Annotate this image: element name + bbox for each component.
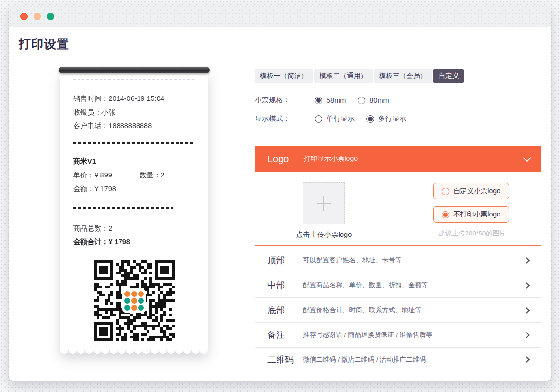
radio-icon [358,97,365,104]
radio-icon [366,115,374,123]
receipt-total-amount: 金额合计：¥ 1798 [73,235,195,249]
no-logo-option[interactable]: 不打印小票logo [433,206,509,223]
window-titlebar [9,5,551,27]
display-mode-label: 显示模式： [255,114,315,123]
chevron-right-icon [523,332,530,338]
minimize-window-icon[interactable] [34,13,41,20]
receipt-paper: 销售时间：2014-06-19 15:04 收银员：小张 客户电话：188888… [60,71,208,350]
row-bottom-title: 底部 [267,304,303,316]
row-middle[interactable]: 中部 配置商品名称、单价、数量、折扣、金额等 [255,273,541,297]
print-settings-window: 打印设置 销售时间：2014-06-19 15:04 收银员：小张 客户电话：1… [9,5,551,381]
receipt-quantity: 数量：2 [140,168,165,182]
page-title: 打印设置 [19,36,69,52]
radio-multi-line[interactable]: 多行显示 [366,114,406,123]
plus-icon [317,196,331,211]
logo-dot [138,298,144,304]
receipt-sale-time: 销售时间：2014-06-19 15:04 [73,92,195,105]
logo-dot [138,305,144,311]
row-bottom[interactable]: 底部 配置价格合计、时间、联系方式、地址等 [255,297,541,322]
printer-slot-bar [59,67,210,73]
receipt-amount: 金额：¥ 1798 [73,182,195,196]
upload-hint: 建议上传200*50的图片 [428,229,516,238]
receipt-separator [73,207,173,209]
radio-80mm[interactable]: 80mm [358,97,389,104]
row-qrcode-desc: 微信二维码 / 微店二维码 / 活动推广二维码 [303,355,426,364]
receipt-phone: 客户电话：18888888888 [73,119,195,133]
row-middle-title: 中部 [267,279,303,291]
custom-logo-option-label: 自定义小票logo [453,187,500,196]
paper-size-label: 小票规格： [255,96,315,105]
logo-dot [131,305,137,311]
receipt-unit-price: 单价：¥ 899 [73,168,112,182]
radio-58mm[interactable]: 58mm [315,97,346,104]
radio-80mm-label: 80mm [369,97,389,104]
radio-single-line-label: 单行显示 [326,114,355,123]
upload-caption: 点击上传小票logo [275,230,373,239]
display-mode-row: 显示模式： 单行显示 多行显示 [255,114,418,123]
receipt-separator [73,142,195,144]
receipt-total-count: 商品总数：2 [73,221,195,235]
sunmi-logo [123,290,145,312]
tab-template-3[interactable]: 模板三（会员） [374,69,432,83]
row-remark-desc: 推荐写感谢语 / 商品退换货保证 / 维修售后等 [303,331,433,339]
chevron-right-icon [523,307,530,314]
tab-custom[interactable]: 自定义 [433,69,464,83]
tear-line [73,79,195,80]
logo-dot [138,291,144,297]
radio-icon [442,188,449,195]
tab-template-2[interactable]: 模板二（通用） [314,69,373,83]
close-window-icon[interactable] [20,13,28,20]
logo-dot [124,298,130,304]
chevron-down-icon[interactable] [523,154,531,162]
receipt-preview: 销售时间：2014-06-19 15:04 收银员：小张 客户电话：188888… [59,67,210,356]
radio-icon [315,97,322,104]
row-remark-title: 备注 [267,329,303,341]
logo-dot [131,291,137,297]
logo-section: Logo 打印显示小票logo 点击上传小票logo 自定义小票logo 不打印… [255,146,541,246]
template-tabs: 模板一（简洁） 模板二（通用） 模板三（会员） 自定义 [255,69,464,83]
row-top-title: 顶部 [267,255,303,266]
radio-single-line[interactable]: 单行显示 [315,114,355,123]
tab-template-1[interactable]: 模板一（简洁） [255,69,313,83]
logo-section-header[interactable]: Logo 打印显示小票logo [255,146,541,172]
logo-dot [124,291,130,297]
receipt-product-name: 商米V1 [73,155,195,168]
maximize-window-icon[interactable] [47,13,54,20]
window-content: 打印设置 销售时间：2014-06-19 15:04 收银员：小张 客户电话：1… [9,27,551,381]
row-qrcode[interactable]: 二维码 微信二维码 / 微店二维码 / 活动推广二维码 [255,347,541,372]
chevron-right-icon [523,282,530,289]
receipt-cashier: 收银员：小张 [73,105,195,119]
row-middle-desc: 配置商品名称、单价、数量、折扣、金额等 [303,281,428,290]
row-remark[interactable]: 备注 推荐写感谢语 / 商品退换货保证 / 维修售后等 [255,322,541,347]
chevron-right-icon [523,356,530,363]
radio-icon [315,115,322,123]
logo-dot [124,305,130,311]
receipt-torn-edge [60,350,208,356]
row-top[interactable]: 顶部 可以配置客户姓名、地址、卡号等 [255,248,541,273]
logo-section-subtitle: 打印显示小票logo [304,155,358,163]
radio-multi-line-label: 多行显示 [378,114,406,123]
radio-58mm-label: 58mm [326,97,346,104]
paper-size-row: 小票规格： 58mm 80mm [255,96,401,105]
radio-icon [442,211,449,218]
custom-logo-option[interactable]: 自定义小票logo [433,183,509,199]
no-logo-option-label: 不打印小票logo [453,210,500,219]
logo-section-body: 点击上传小票logo 自定义小票logo 不打印小票logo 建议上传200*5… [255,172,541,246]
row-qrcode-title: 二维码 [267,354,303,366]
row-bottom-desc: 配置价格合计、时间、联系方式、地址等 [303,306,421,314]
config-rows: 顶部 可以配置客户姓名、地址、卡号等 中部 配置商品名称、单价、数量、折扣、金额… [255,248,541,372]
qr-code-zone [94,260,175,341]
chevron-right-icon [523,257,530,264]
logo-upload-box[interactable] [303,182,345,224]
logo-dot [131,298,137,304]
row-top-desc: 可以配置客户姓名、地址、卡号等 [303,256,402,265]
logo-section-title: Logo [267,154,289,165]
